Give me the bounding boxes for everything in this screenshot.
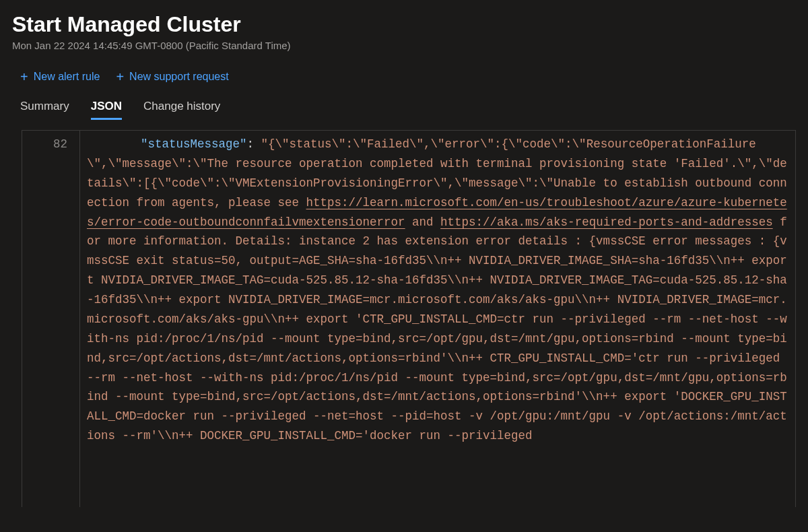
plus-icon: + xyxy=(20,70,28,84)
json-colon: : xyxy=(247,137,261,151)
link-aks-required-ports[interactable]: https://aka.ms/aks-required-ports-and-ad… xyxy=(440,215,773,229)
json-key-statusmessage: "statusMessage" xyxy=(141,137,247,151)
json-code-content[interactable]: "statusMessage": "{\"status\":\"Failed\"… xyxy=(80,131,795,507)
json-string-mid: and xyxy=(405,215,441,229)
line-number: 82 xyxy=(22,135,67,154)
json-string-part2: for more information. Details: instance … xyxy=(87,215,787,443)
tab-json[interactable]: JSON xyxy=(91,100,122,120)
new-support-request-label: New support request xyxy=(129,71,229,83)
new-support-request-button[interactable]: + New support request xyxy=(116,70,228,84)
json-viewer[interactable]: 82 "statusMessage": "{\"status\":\"Faile… xyxy=(22,130,796,507)
detail-tabs: Summary JSON Change history xyxy=(12,100,796,121)
new-alert-rule-button[interactable]: + New alert rule xyxy=(20,70,100,84)
tab-change-history[interactable]: Change history xyxy=(143,100,220,120)
action-bar: + New alert rule + New support request xyxy=(12,70,796,84)
page-subtitle-timestamp: Mon Jan 22 2024 14:45:49 GMT-0800 (Pacif… xyxy=(12,40,796,51)
plus-icon: + xyxy=(116,70,124,84)
new-alert-rule-label: New alert rule xyxy=(34,71,100,83)
page-title: Start Managed Cluster xyxy=(12,12,796,37)
line-number-gutter: 82 xyxy=(22,131,80,507)
tab-summary[interactable]: Summary xyxy=(20,100,69,120)
